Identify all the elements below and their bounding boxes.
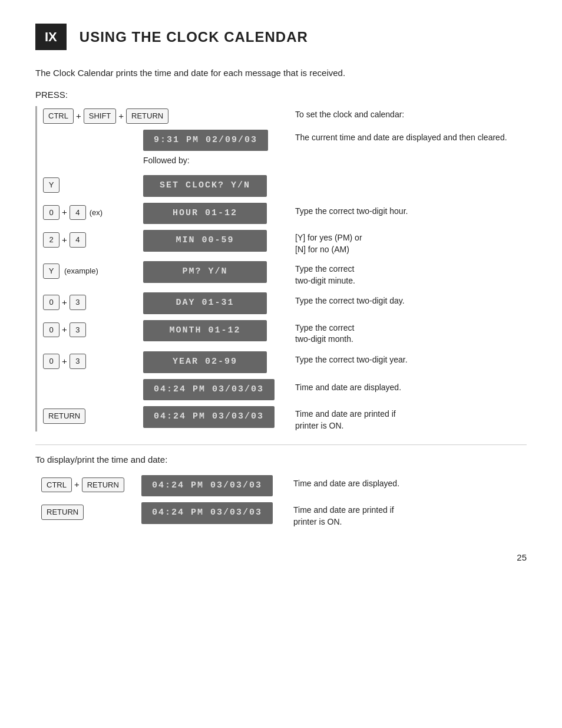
lcd-display2: 04:24 PM 03/03/03 xyxy=(143,406,275,428)
return-key-left-2: RETURN xyxy=(41,502,141,520)
plus-5: + xyxy=(62,296,67,309)
month-lcd-center: MONTH 01-12 xyxy=(143,320,285,342)
y-key-1: Y xyxy=(43,177,59,193)
pm-desc: Type the correct two-digit minute. xyxy=(285,261,527,286)
plus-1: + xyxy=(76,110,81,123)
return-key-4: RETURN xyxy=(41,505,84,520)
month-desc: Type the correct two-digit month. xyxy=(285,320,527,345)
initial-time-center: 9:31 PM 02/09/03 Followed by: xyxy=(143,130,285,170)
day-desc: Type the correct two-digit day. xyxy=(285,292,527,307)
y-key-left: Y xyxy=(43,175,143,193)
return-display4-row: RETURN 04:24 PM 03/03/03 Time and date a… xyxy=(41,502,527,528)
two-key-1: 2 xyxy=(43,232,59,248)
ctrl-return-keys-left: CTRL + RETURN xyxy=(41,475,141,493)
year-desc: Type the correct two-digit year. xyxy=(285,351,527,366)
ctrl-return-row: CTRL + RETURN 04:24 PM 03/03/03 Time and… xyxy=(41,475,527,497)
return-key-2: RETURN xyxy=(43,409,85,424)
hour-keys-left: 0 + 4 (ex) xyxy=(43,203,143,220)
shift-key: SHIFT xyxy=(84,108,117,124)
pm-row: Y (example) PM? Y/N Type the correct two… xyxy=(43,261,527,286)
page-header: IX USING THE CLOCK CALENDAR xyxy=(35,24,527,50)
display3-center: 04:24 PM 03/03/03 xyxy=(141,475,283,497)
year-row: 0 + 3 YEAR 02-99 Type the correct two-di… xyxy=(43,351,527,373)
min-row: 2 + 4 MIN 00-59 [Y] for yes (PM) or [N] … xyxy=(43,230,527,255)
three-key-3: 3 xyxy=(70,354,86,369)
set-clock-lcd-center: SET CLOCK? Y/N xyxy=(143,175,285,197)
lcd-pm: PM? Y/N xyxy=(143,261,267,283)
y-key-2: Y xyxy=(43,263,59,279)
display1-left xyxy=(43,379,143,381)
lcd-display1: 04:24 PM 03/03/03 xyxy=(143,379,275,401)
lcd-year: YEAR 02-99 xyxy=(143,351,267,373)
month-keys-left: 0 + 3 xyxy=(43,320,143,338)
printed2-line1: Time and date are printed if xyxy=(293,505,527,516)
return-key-left: RETURN xyxy=(43,406,143,424)
page-number: 25 xyxy=(517,552,527,562)
zero-key-2: 0 xyxy=(43,295,59,310)
initial-time-row: 9:31 PM 02/09/03 Followed by: The curren… xyxy=(43,130,527,170)
month-row: 0 + 3 MONTH 01-12 Type the correct two-d… xyxy=(43,320,527,345)
return-display2-row: RETURN 04:24 PM 03/03/03 Time and date a… xyxy=(43,406,527,431)
min-desc: [Y] for yes (PM) or [N] for no (AM) xyxy=(285,230,527,255)
display2-center: 04:24 PM 03/03/03 xyxy=(143,406,285,428)
plus-7: + xyxy=(62,355,67,368)
day-row: 0 + 3 DAY 01-31 Type the correct two-dig… xyxy=(43,292,527,314)
display1-center: 04:24 PM 03/03/03 xyxy=(143,379,285,401)
three-key-1: 3 xyxy=(70,295,86,310)
hour-desc: Type the correct two-digit hour. xyxy=(285,203,527,218)
printed2-line2: printer is ON. xyxy=(293,516,527,528)
hour-lcd-center: HOUR 01-12 xyxy=(143,203,285,225)
main-section: CTRL + SHIFT + RETURN To set the clock a… xyxy=(35,106,527,431)
display-print-intro: To display/print the time and date: xyxy=(35,453,527,467)
min-yn-line2: [N] for no (AM) xyxy=(295,244,527,256)
intro-text: The Clock Calendar prints the time and d… xyxy=(35,67,527,80)
zero-key-4: 0 xyxy=(43,354,59,369)
year-keys-left: 0 + 3 xyxy=(43,351,143,369)
displayed1-desc: Time and date are displayed. xyxy=(285,379,527,394)
set-clock-desc: To set the clock and calendar: xyxy=(285,106,527,121)
plus-6: + xyxy=(62,323,67,337)
lcd-hour: HOUR 01-12 xyxy=(143,203,267,225)
displayed2-desc: Time and date are displayed. xyxy=(283,475,527,490)
min-yn-line1: [Y] for yes (PM) or xyxy=(295,232,527,244)
lcd-display4: 04:24 PM 03/03/03 xyxy=(141,502,273,524)
section-divider xyxy=(35,444,527,445)
year-lcd-center: YEAR 02-99 xyxy=(143,351,285,373)
plus-3: + xyxy=(62,206,67,219)
pm-lcd-center: PM? Y/N xyxy=(143,261,285,283)
current-time-desc: The current time and date are displayed … xyxy=(285,130,527,144)
lcd-initial-time: 9:31 PM 02/09/03 xyxy=(143,130,268,151)
hour-row: 0 + 4 (ex) HOUR 01-12 Type the correct t… xyxy=(43,203,527,225)
min-lcd-center: MIN 00-59 xyxy=(143,230,285,252)
followed-by-label: Followed by: xyxy=(143,154,190,167)
printed2-desc: Time and date are printed if printer is … xyxy=(283,502,527,528)
return-key-1: RETURN xyxy=(126,108,168,124)
month-desc-line2: two-digit month. xyxy=(295,334,527,345)
min-keys-left: 2 + 4 xyxy=(43,230,143,248)
ex-label: (ex) xyxy=(90,207,103,219)
plus-4: + xyxy=(62,233,67,247)
display4-center: 04:24 PM 03/03/03 xyxy=(141,502,283,524)
plus-2: + xyxy=(118,110,124,123)
three-key-2: 3 xyxy=(70,322,86,338)
return-key-3: RETURN xyxy=(82,477,124,493)
ctrl-shift-return-row: CTRL + SHIFT + RETURN To set the clock a… xyxy=(43,106,527,124)
printed1-desc: Time and date are printed if printer is … xyxy=(285,406,527,431)
pm-desc-line2: two-digit minute. xyxy=(295,275,527,287)
lcd-day: DAY 01-31 xyxy=(143,292,267,314)
set-clock-row: Y SET CLOCK? Y/N xyxy=(43,175,527,197)
ctrl-key-2: CTRL xyxy=(41,477,72,493)
plus-8: + xyxy=(74,478,80,492)
press-label: PRESS: xyxy=(35,88,527,102)
lcd-month: MONTH 01-12 xyxy=(143,320,267,342)
lcd-display3: 04:24 PM 03/03/03 xyxy=(141,475,273,497)
four-key-2: 4 xyxy=(70,232,86,248)
four-key-1: 4 xyxy=(70,205,86,220)
zero-key-1: 0 xyxy=(43,205,59,220)
day-keys-left: 0 + 3 xyxy=(43,292,143,310)
day-lcd-center: DAY 01-31 xyxy=(143,292,285,314)
key-group-ctrl-shift-return: CTRL + SHIFT + RETURN xyxy=(43,108,168,124)
display-print-section: CTRL + RETURN 04:24 PM 03/03/03 Time and… xyxy=(41,475,527,528)
page-number-area: 25 xyxy=(35,551,527,565)
ctrl-key: CTRL xyxy=(43,108,74,124)
